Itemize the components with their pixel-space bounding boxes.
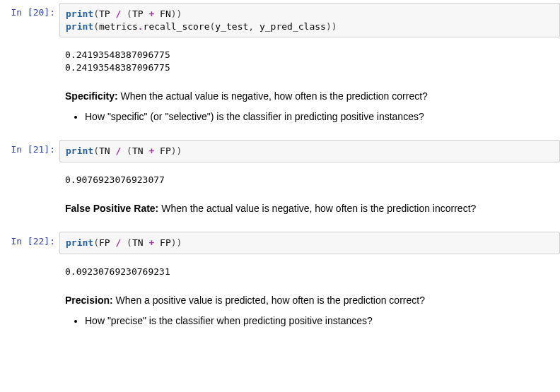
output-cell-21: . 0.9076923076923077 (0, 165, 560, 192)
token-plus: + (144, 237, 160, 248)
code-input-21[interactable]: print(TN / (TN + FP)) (59, 140, 560, 162)
token-rparen: ) (177, 237, 182, 248)
token-print: print (66, 145, 93, 156)
markdown-cell-precision: . Precision: When a positive value is pr… (0, 283, 560, 341)
token-name: y_pred_class (259, 21, 326, 32)
token-name: FP (160, 145, 171, 156)
code-output-20: 0.24193548387096775 0.24193548387096775 (59, 43, 560, 76)
markdown-content-fpr: False Positive Rate: When the actual val… (59, 194, 560, 226)
specificity-bullet-list: How "specific" (or "selective") is the c… (65, 109, 554, 124)
specificity-heading-line: Specificity: When the actual value is ne… (65, 89, 554, 104)
markdown-content-specificity: Specificity: When the actual value is ne… (59, 82, 560, 134)
token-name: FP (99, 237, 110, 248)
precision-text: When a positive value is predicted, how … (113, 295, 425, 306)
precision-label: Precision: (65, 295, 113, 306)
markdown-cell-fpr: . False Positive Rate: When the actual v… (0, 191, 560, 229)
code-cell-20: In [20]: print(TP / (TP + FN)) print(met… (0, 0, 560, 40)
output-prompt-blank: . (0, 43, 59, 58)
token-name: TN (99, 145, 110, 156)
token-rparen: ) (177, 8, 182, 19)
precision-bullet: How "precise" is the classifier when pre… (85, 314, 554, 328)
token-name: TN (132, 145, 144, 156)
token-rparen: ) (171, 8, 177, 19)
markdown-content-precision: Precision: When a positive value is pred… (59, 286, 560, 338)
precision-bullet-list: How "precise" is the classifier when pre… (65, 314, 554, 328)
token-name: recall_score (144, 21, 210, 32)
input-prompt-21: In [21]: (0, 140, 59, 155)
token-print: print (66, 8, 93, 19)
fpr-heading-line: False Positive Rate: When the actual val… (65, 201, 554, 216)
notebook: In [20]: print(TP / (TP + FN)) print(met… (0, 0, 560, 341)
markdown-prompt-blank: . (0, 82, 59, 97)
token-div: / (110, 145, 127, 156)
specificity-text: When the actual value is negative, how o… (118, 90, 428, 102)
token-lparen: ( (93, 145, 99, 156)
token-name: FP (160, 237, 171, 248)
token-print: print (66, 237, 93, 248)
token-rparen: ) (326, 21, 332, 32)
token-plus: + (144, 8, 160, 19)
output-prompt-blank: . (0, 168, 59, 183)
token-name: FN (160, 8, 171, 19)
input-prompt-22: In [22]: (0, 232, 59, 247)
output-cell-22: . 0.09230769230769231 (0, 257, 560, 284)
specificity-bullet: How "specific" (or "selective") is the c… (85, 109, 554, 124)
code-cell-21: In [21]: print(TN / (TN + FP)) (0, 137, 560, 165)
token-plus: + (144, 145, 160, 156)
token-name: y_test (215, 21, 248, 32)
code-input-20[interactable]: print(TP / (TP + FN)) print(metrics.reca… (59, 3, 560, 37)
token-print: print (66, 21, 93, 32)
code-cell-22: In [22]: print(FP / (TN + FP)) (0, 229, 560, 257)
token-lparen: ( (127, 145, 132, 156)
token-rparen: ) (171, 237, 177, 248)
markdown-prompt-blank: . (0, 286, 59, 301)
token-div: / (110, 8, 127, 19)
token-lparen: ( (127, 237, 132, 248)
output-prompt-blank: . (0, 260, 59, 275)
output-cell-20: . 0.24193548387096775 0.2419354838709677… (0, 40, 560, 79)
code-output-22: 0.09230769230769231 (59, 260, 560, 281)
token-rparen: ) (171, 145, 177, 156)
token-lparen: ( (93, 237, 99, 248)
fpr-text: When the actual value is negative, how o… (158, 203, 476, 214)
token-lparen: ( (127, 8, 132, 19)
fpr-label: False Positive Rate: (65, 203, 158, 214)
specificity-label: Specificity: (65, 90, 118, 102)
token-name: TP (132, 8, 144, 19)
token-name: TN (132, 237, 144, 248)
token-name: TP (99, 8, 110, 19)
markdown-cell-specificity: . Specificity: When the actual value is … (0, 79, 560, 137)
markdown-prompt-blank: . (0, 194, 59, 209)
input-prompt-20: In [20]: (0, 3, 59, 18)
token-rparen: ) (177, 145, 182, 156)
token-dot: . (138, 21, 144, 32)
token-div: / (110, 237, 127, 248)
token-comma: , (248, 21, 259, 32)
code-output-21: 0.9076923076923077 (59, 168, 560, 189)
token-name: metrics (99, 21, 138, 32)
token-lparen: ( (93, 8, 99, 19)
token-lparen: ( (93, 21, 99, 32)
precision-heading-line: Precision: When a positive value is pred… (65, 293, 554, 308)
token-rparen: ) (332, 21, 337, 32)
code-input-22[interactable]: print(FP / (TN + FP)) (59, 232, 560, 254)
